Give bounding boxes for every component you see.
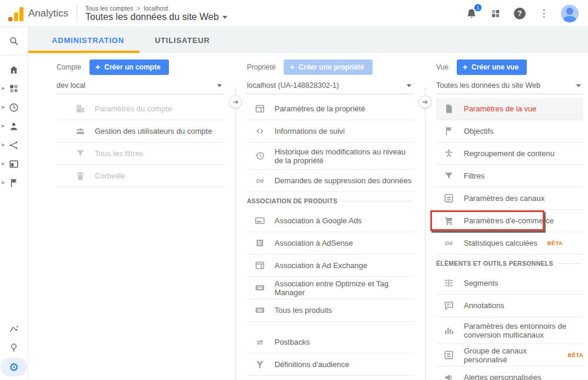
trash-icon: [74, 170, 86, 182]
menu-item-ad-banner[interactable]: Association à Google Ads: [247, 210, 414, 232]
collapse-column-button[interactable]: ➔: [229, 95, 242, 108]
breadcrumb-separator: >: [137, 5, 140, 12]
menu-item-link[interactable]: Association entre Optimize et Tag Manage…: [247, 277, 414, 299]
menu-item-funnel-chart[interactable]: Paramètres des entonnoirs de conversion …: [436, 317, 583, 344]
admin-tabbar: ADMINISTRATION UTILISATEUR: [28, 27, 588, 53]
realtime-clock-icon: [8, 102, 19, 113]
menu-item-view-page[interactable]: Paramètres de la vue: [436, 98, 583, 120]
property-selector[interactable]: localhost (UA-148828302-1): [247, 81, 414, 94]
sidebar-item-acquisition[interactable]: ▶: [0, 136, 28, 154]
menu-item-dd[interactable]: DdStatistiques calculéesBÊTA: [436, 232, 583, 255]
menu-item-label: Paramètres des entonnoirs de conversion …: [464, 322, 583, 339]
create-view-button[interactable]: + Créer une vue: [457, 60, 527, 75]
menu-item-label: Paramètres du compte: [95, 104, 172, 113]
tab-utilisateur[interactable]: UTILISATEUR: [139, 27, 225, 53]
menu-item-label: Segments: [464, 279, 499, 288]
menu-item-channel[interactable]: Groupe de canaux personnaliséBÊTA: [436, 344, 583, 366]
menu-item-ad-exchange[interactable]: Association à Ad Exchange: [247, 255, 414, 277]
menu-gap: [247, 322, 414, 331]
breadcrumb: Tous les comptes > localhost Toutes les …: [85, 5, 227, 22]
building-icon: [74, 103, 86, 115]
sidebar-item-gear[interactable]: ⚙: [0, 358, 28, 376]
menu-item-label: Paramètres de la vue: [464, 104, 537, 113]
user-avatar[interactable]: [561, 5, 579, 22]
menu-item-label: Postbacks: [274, 338, 310, 346]
ad-exchange-icon: [254, 260, 265, 272]
menu-item-label: Définitions d'audience: [274, 360, 349, 369]
menu-item-flag[interactable]: Objectifs: [436, 120, 583, 143]
menu-item-filter: Tous les filtres: [57, 143, 224, 165]
menu-item-dd[interactable]: DdDemandes de suppression des données: [247, 170, 414, 192]
menu-item-channel[interactable]: Paramètres des canaux: [436, 187, 583, 210]
header-divider: [77, 5, 77, 22]
app-header: Analytics Tous les comptes > localhost T…: [0, 0, 588, 27]
column-divider: ➔: [224, 53, 247, 380]
gear-icon: ⚙: [9, 362, 19, 373]
analytics-admin-page: Analytics Tous les comptes > localhost T…: [0, 0, 588, 380]
menu-item-cart[interactable]: Paramètres d'e-commerce: [436, 210, 583, 232]
conversions-flag-icon: [8, 177, 19, 189]
menu-item-audience-y[interactable]: Définitions d'audience: [247, 353, 414, 376]
menu-item-postbacks[interactable]: Postbacks: [247, 331, 414, 353]
menu-item-adsense[interactable]: Association à AdSense: [247, 232, 414, 255]
admin-columns: Compte + Créer un compte dev local Param…: [28, 53, 588, 380]
menu-item-megaphone[interactable]: Alertes personnalisées: [436, 366, 583, 380]
flag-icon: [443, 125, 455, 137]
menu-item-label: Association à AdSense: [274, 239, 353, 247]
more-vert-icon[interactable]: ⋮: [537, 6, 551, 21]
menu-item-trash: Corbeille: [57, 165, 224, 187]
sidebar-item-behavior[interactable]: ▶: [0, 154, 28, 173]
view-selector[interactable]: Toutes les données du site Web: [436, 81, 583, 94]
menu-item-users[interactable]: Gestion des utilisateurs du compte: [57, 120, 224, 143]
menu-item-link[interactable]: Tous les produits: [247, 299, 414, 322]
sidebar-item-realtime-clock[interactable]: ▶: [0, 98, 28, 117]
notifications-bell-icon[interactable]: 1: [464, 6, 479, 21]
menu-item-label: Historique des modifications au niveau d…: [274, 147, 414, 165]
filter-icon: [74, 148, 86, 160]
help-icon[interactable]: ?: [513, 6, 527, 21]
sidebar-item-search[interactable]: [0, 27, 28, 55]
expand-caret-icon: ▶: [2, 105, 5, 110]
breadcrumb-current[interactable]: localhost: [144, 5, 168, 12]
attribution-icon: [8, 323, 19, 334]
beta-badge: BÊTA: [568, 352, 583, 358]
account-menu: Paramètres du compteGestion des utilisat…: [57, 98, 224, 187]
beta-badge: BÊTA: [547, 240, 563, 246]
menu-item-annotations[interactable]: Annotations: [436, 295, 583, 317]
sidebar-item-attribution[interactable]: [0, 319, 28, 338]
menu-item-label: Groupe de canaux personnalisé: [464, 346, 558, 364]
collapse-column-button[interactable]: ➔: [418, 95, 431, 108]
menu-item-building: Paramètres du compte: [57, 98, 224, 120]
property-switcher[interactable]: Toutes les données du site Web: [85, 12, 227, 22]
menu-item-segments[interactable]: Segments: [436, 272, 583, 295]
breadcrumb-accounts[interactable]: Tous les comptes: [85, 5, 133, 12]
sidebar-item-audience-person[interactable]: ▶: [0, 117, 28, 136]
menu-item-label: Statistiques calculées: [464, 239, 537, 247]
home-icon: [8, 64, 19, 75]
menu-item-content-grouping[interactable]: Regroupement de contenu: [436, 143, 583, 165]
sidebar-item-home[interactable]: [0, 60, 28, 79]
menu-item-label: Paramètres de la propriété: [274, 104, 365, 113]
sidebar-item-conversions-flag[interactable]: ▶: [0, 173, 28, 192]
sidebar-item-discover-bulb[interactable]: [0, 338, 28, 356]
notification-count-badge: 1: [474, 4, 482, 12]
app-name: Analytics: [28, 8, 68, 19]
apps-grid-icon[interactable]: [489, 6, 503, 21]
menu-item-filter[interactable]: Filtres: [436, 165, 583, 187]
tab-administration[interactable]: ADMINISTRATION: [28, 27, 139, 53]
menu-item-property-window[interactable]: Paramètres de la propriété: [247, 98, 414, 120]
expand-caret-icon: ▶: [2, 124, 5, 128]
cart-icon: [443, 215, 455, 227]
account-selector[interactable]: dev local: [57, 81, 224, 94]
filter-icon: [443, 170, 455, 182]
expand-caret-icon: ▶: [2, 180, 5, 185]
menu-item-history[interactable]: Historique des modifications au niveau d…: [247, 143, 414, 170]
analytics-logo-icon[interactable]: [8, 6, 24, 21]
expand-caret-icon: ▶: [2, 143, 5, 147]
create-property-button: + Créer une propriété: [284, 60, 373, 75]
channel-icon: [443, 193, 455, 204]
menu-item-dd[interactable]: DdDéfinitions personnalisées: [247, 376, 414, 380]
sidebar-item-customization[interactable]: ▶: [0, 79, 28, 98]
menu-item-code[interactable]: Informations de suivi: [247, 120, 414, 143]
create-account-button[interactable]: + Créer un compte: [89, 60, 169, 75]
